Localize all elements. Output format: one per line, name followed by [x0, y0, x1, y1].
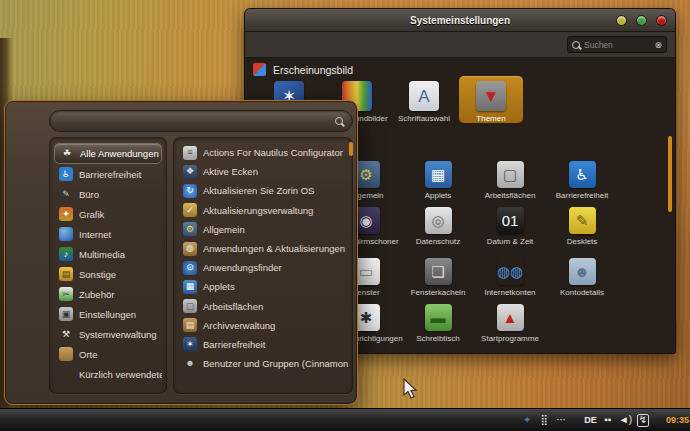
search-icon: [572, 41, 580, 49]
menu-category-item[interactable]: ✎ Büro: [54, 184, 162, 204]
keyboard-layout: [572, 414, 584, 427]
application-menu: ☘ Alle Anwendungen ♿ Barrierefreiheit ✎ …: [4, 100, 358, 405]
menu-category-item[interactable]: Internet: [54, 224, 162, 244]
settings-grid-item[interactable]: ▢ Arbeitsflächen: [476, 161, 544, 200]
accessibility-app-icon: ✶: [183, 337, 197, 351]
settings-grid-item[interactable]: ▦ Applets: [404, 161, 472, 200]
fonts-icon: A: [409, 81, 439, 111]
application-finder-icon: ⊙: [183, 261, 197, 275]
menu-app-item[interactable]: ✓ Aktualisierungsverwaltung: [178, 201, 348, 220]
menu-app-item[interactable]: ✶ Barrierefreiheit: [178, 335, 348, 354]
network-icon: ▪▪: [602, 414, 614, 427]
menu-app-item[interactable]: ⊙ Anwendungsfinder: [178, 258, 348, 277]
settings-scrollbar[interactable]: [668, 136, 672, 212]
accessibility-category-icon: ♿: [59, 167, 73, 181]
menu-favorites-sidebar: [11, 111, 45, 398]
general-app-icon: ⚙: [183, 222, 197, 236]
appearance-section-icon: [253, 63, 266, 76]
menu-category-item[interactable]: ▣ Einstellungen: [54, 304, 162, 324]
themes-icon: ▼: [476, 81, 506, 111]
system-tray: ⌖ ⣿ ⋯ DE ▪▪ ◄) ↯ 09:35: [521, 414, 690, 427]
preferences-category-icon: ▣: [59, 307, 73, 321]
users-groups-icon: ☻: [183, 357, 197, 371]
minimize-button[interactable]: [616, 15, 627, 26]
startup-programs-icon: ▲: [497, 304, 524, 331]
menu-category-item[interactable]: Orte: [54, 344, 162, 364]
software-properties-icon: ◍: [183, 242, 197, 256]
settings-grid-item[interactable]: ♿ Barrierefreiheit: [548, 161, 616, 200]
settings-toolbar: Suchen ⊗: [245, 32, 675, 58]
update-manager-icon: ✓: [183, 203, 197, 217]
places-category-icon: [59, 347, 73, 361]
hot-corners-icon: ❖: [183, 165, 197, 179]
menu-app-item[interactable]: ◍ Anwendungen & Aktualisierungen: [178, 239, 348, 258]
menu-app-item[interactable]: ≡ Actions For Nautilus Configurator: [178, 143, 348, 162]
menu-app-item[interactable]: ☻ Benutzer und Gruppen (Cinnamon-settin…: [178, 354, 348, 373]
bottom-panel: ⌖ ⣿ ⋯ DE ▪▪ ◄) ↯ 09:35: [0, 408, 690, 431]
menu-category-item[interactable]: ⚒ Systemverwaltung: [54, 324, 162, 344]
battery-icon: ↯: [637, 414, 649, 427]
menu-search-input[interactable]: [49, 110, 353, 132]
accessibility-icon: ♿: [569, 161, 596, 188]
privacy-icon: ◎: [425, 207, 452, 234]
all-applications-icon: ☘: [60, 147, 74, 161]
menu-category-item[interactable]: ♿ Barrierefreiheit: [54, 164, 162, 184]
menu-app-item[interactable]: ⚙ Allgemein: [178, 220, 348, 239]
settings-grid-item[interactable]: ❏ Fensterkacheln: [404, 258, 472, 297]
settings-grid-item[interactable]: ✎ Desklets: [548, 207, 616, 246]
settings-grid-item[interactable]: ◎ Datenschutz: [404, 207, 472, 246]
menu-list-scrollbar[interactable]: [349, 142, 353, 156]
menu-app-item[interactable]: ❖ Aktive Ecken: [178, 162, 348, 181]
settings-grid-item[interactable]: ▬ Schreibtisch: [404, 304, 472, 343]
maximize-button[interactable]: [636, 15, 647, 26]
desklets-icon: ✎: [569, 207, 596, 234]
overflow-icon: ⋯: [555, 414, 567, 427]
settings-category-item[interactable]: ▼ Themen: [459, 76, 523, 123]
search-placeholder: Suchen: [584, 40, 650, 50]
menu-applications-list: ≡ Actions For Nautilus Configurator ❖ Ak…: [173, 137, 353, 394]
office-category-icon: ✎: [59, 187, 73, 201]
date-time-icon: 01: [497, 207, 524, 234]
settings-grid-item[interactable]: ◍◍ Internetkonten: [476, 258, 544, 297]
archive-manager-icon: ▤: [183, 318, 197, 332]
administration-category-icon: ⚒: [59, 327, 73, 341]
menu-category-item[interactable]: Kürzlich verwendete Dateien: [54, 364, 162, 384]
tray-tool-icon: ⌖: [521, 414, 533, 427]
volume-icon: ◄): [619, 414, 632, 427]
menu-category-item[interactable]: ▤ Sonstige: [54, 264, 162, 284]
menu-app-item[interactable]: ▢ Arbeitsflächen: [178, 297, 348, 316]
close-button[interactable]: [656, 15, 667, 26]
nautilus-actions-icon: ≡: [183, 146, 197, 160]
menu-category-item[interactable]: ✂ Zubehör: [54, 284, 162, 304]
appearance-section-title: Erscheinungsbild: [273, 64, 353, 76]
menu-app-item[interactable]: ▤ Archivverwaltung: [178, 316, 348, 335]
applets-app-icon: ▦: [183, 280, 197, 294]
menu-app-item[interactable]: ↻ Aktualisieren Sie Zorin OS: [178, 181, 348, 200]
menu-category-item[interactable]: ☘ Alle Anwendungen: [54, 143, 162, 164]
desktop-icon: ▬: [425, 304, 452, 331]
menu-search-icon: [335, 117, 343, 125]
account-details-icon: ☻: [569, 258, 596, 285]
window-tiling-icon: ❏: [425, 258, 452, 285]
menu-categories: ☘ Alle Anwendungen ♿ Barrierefreiheit ✎ …: [49, 137, 167, 394]
settings-grid-item[interactable]: ▲ Startprogramme: [476, 304, 544, 343]
settings-titlebar[interactable]: Systemeinstellungen: [245, 9, 675, 32]
settings-category-item[interactable]: A Schriftauswahl: [392, 81, 456, 123]
menu-category-item[interactable]: ✦ Grafik: [54, 204, 162, 224]
menu-app-item[interactable]: ▦ Applets: [178, 277, 348, 296]
accessories-category-icon: ✂: [59, 287, 73, 301]
settings-grid-item[interactable]: 01 Datum & Zeit: [476, 207, 544, 246]
settings-grid-item[interactable]: ☻ Kontodetails: [548, 258, 616, 297]
menu-category-item[interactable]: ♪ Multimedia: [54, 244, 162, 264]
applets-icon: ▦: [425, 161, 452, 188]
workspaces-icon: ▢: [497, 161, 524, 188]
workspaces-app-icon: ▢: [183, 299, 197, 313]
settings-search-input[interactable]: Suchen ⊗: [567, 36, 667, 53]
grid-icon: ⣿: [538, 414, 550, 427]
settings-window-title: Systemeinstellungen: [410, 15, 510, 26]
clear-search-icon[interactable]: ⊗: [654, 40, 662, 50]
online-accounts-icon: ◍◍: [497, 258, 524, 285]
upgrade-zorin-icon: ↻: [183, 184, 197, 198]
mouse-cursor: [403, 378, 419, 400]
internet-category-icon: [59, 227, 73, 241]
